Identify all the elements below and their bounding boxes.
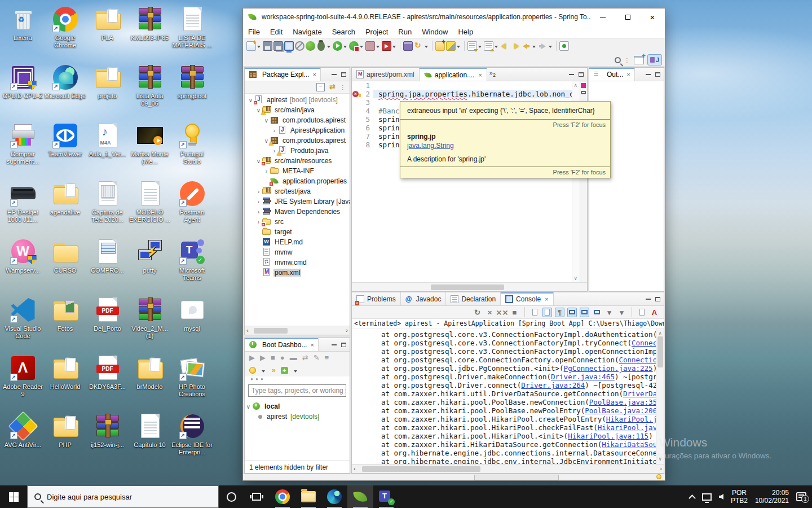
nexty-icon[interactable]: [511, 41, 520, 51]
tree-item-mvnw[interactable]: mvnw: [245, 247, 350, 257]
console-tab-problems[interactable]: Problems: [352, 292, 401, 305]
close-icon[interactable]: ×: [310, 341, 314, 348]
console-log[interactable]: at org.postgresql.core.v3.ConnectionFact…: [352, 329, 664, 464]
minimize-view-icon[interactable]: [646, 73, 651, 75]
close-icon[interactable]: ×: [626, 71, 630, 78]
desktop-icon-modelo-exerc-cio[interactable]: MODELO EXERCÍCIO ...: [129, 177, 171, 235]
clear-icon[interactable]: [530, 308, 540, 317]
desktop-icon-lixeira[interactable]: ♻Lixeira: [2, 3, 44, 61]
tree-item-pom-xml[interactable]: Mpom.xml: [245, 268, 350, 278]
tree-item-maven-dependencies[interactable]: ›Maven Dependencies: [245, 207, 350, 217]
network-icon[interactable]: [702, 493, 712, 501]
listpage-icon[interactable]: [467, 41, 477, 51]
taskbar-edge-button[interactable]: [321, 485, 347, 508]
close-button[interactable]: ×: [640, 8, 665, 25]
dropdown-icon[interactable]: [376, 46, 379, 50]
stack-trace-link[interactable]: PoolBase.java:358: [589, 398, 661, 406]
desktop-icon-hp-photo-creations[interactable]: ↗HP Photo Creations: [171, 352, 213, 410]
menu-search[interactable]: Search: [327, 27, 360, 37]
dropdown-icon[interactable]: [532, 46, 536, 50]
minimize-view-icon[interactable]: [569, 73, 574, 75]
prevy-icon[interactable]: [500, 41, 510, 51]
new-icon[interactable]: [246, 41, 256, 51]
dropdown-icon[interactable]: [294, 370, 297, 374]
tree-item-com-produtos-apirest[interactable]: ∨com.produtos.apirest: [245, 135, 350, 146]
tree-item-jre-system-library-java[interactable]: ›JRE System Library [Java: [245, 196, 350, 207]
desktop-icon-adobe-reader-9[interactable]: Λ↗Adobe Reader 9: [2, 352, 44, 410]
desktop-icon-compro[interactable]: COMPRO...: [86, 235, 129, 294]
boot-icon[interactable]: [306, 41, 315, 51]
minimize-view-icon[interactable]: [332, 344, 337, 345]
desktop-icon-brmodelo[interactable]: brModelo: [129, 352, 171, 410]
taskbar-search-box[interactable]: Digite aqui para pesquisar: [27, 485, 219, 508]
tree-item-apirest[interactable]: ∨J×apirest [boot] [devtools]: [245, 95, 350, 105]
desktop-icon-marisa-monte-me[interactable]: Marisa Monte (Me...: [129, 119, 171, 177]
desktop-icon-eclipse-ide-for-enterpri[interactable]: ↗Eclipse IDE for Enterpri...: [171, 410, 213, 468]
maximize-view-icon[interactable]: [341, 343, 346, 347]
tooltip-type-link[interactable]: java.lang.String: [407, 142, 603, 150]
refresh-icon[interactable]: [414, 41, 423, 51]
minimize-view-icon[interactable]: [646, 298, 651, 300]
desktop-icon-teamviewer[interactable]: ↗TeamViewer: [44, 119, 86, 177]
back-icon[interactable]: [522, 41, 531, 51]
desktop-icon-avg-antivir[interactable]: ↗AVG AntiVir...: [2, 410, 44, 468]
desktop-icon-dkdy6a3f[interactable]: PDFDKDY6A3F...: [86, 352, 129, 410]
tab-overflow-chevron[interactable]: »2: [487, 68, 499, 81]
boot-app-apirest[interactable]: apirest [devtools]: [245, 411, 350, 422]
scroll-left-icon[interactable]: ‹: [354, 465, 356, 472]
show-stdout-icon[interactable]: [580, 308, 589, 317]
console-hscrollbar[interactable]: ‹ ›: [352, 464, 664, 473]
tree-item-src-main-java[interactable]: ∨src/main/java: [245, 105, 350, 115]
terminate-icon[interactable]: ■: [510, 308, 519, 317]
open-perspective-icon[interactable]: [634, 56, 644, 64]
stack-trace-link[interactable]: Driver.java:465: [551, 373, 615, 381]
tree-item-target[interactable]: target: [245, 227, 350, 237]
taskbar-chrome-button[interactable]: [270, 485, 295, 508]
dropdown-icon[interactable]: [495, 46, 498, 50]
desktop-icon-video-2-m-1[interactable]: Video_2_M... (1): [129, 294, 171, 352]
desktop-icon-mysql[interactable]: mysql: [171, 294, 213, 352]
save-icon[interactable]: [263, 41, 272, 51]
desktop-icon-putty[interactable]: ⚡putty: [129, 235, 171, 294]
run-icon[interactable]: [333, 41, 342, 51]
menu-help[interactable]: Help: [453, 27, 478, 37]
menu-window[interactable]: Window: [417, 27, 453, 37]
open-console-icon[interactable]: ▬: [290, 354, 297, 362]
profile-icon[interactable]: [349, 41, 359, 51]
tree-item-meta-inf[interactable]: ›META-INF: [245, 166, 350, 176]
desktop-icon-aula-1-ver[interactable]: ♪M4AAula_1_Ver...: [86, 119, 129, 177]
tree-item-src[interactable]: ›×src: [245, 217, 350, 227]
stack-trace-link[interactable]: PoolBase.java:206: [585, 406, 657, 415]
java-perspective-button[interactable]: J: [647, 54, 662, 65]
menu-project[interactable]: Project: [360, 27, 393, 37]
dropdown-icon[interactable]: [392, 46, 396, 50]
close-icon[interactable]: ×: [545, 296, 548, 303]
cortana-button[interactable]: [219, 485, 244, 508]
stack-trace-link[interactable]: HikariPool.java:115: [568, 432, 648, 440]
newprj-icon[interactable]: [403, 41, 413, 51]
desktop-icon-visual-studio-code[interactable]: ↗Visual Studio Code: [2, 294, 44, 352]
desktop-icon-fotos[interactable]: Fotos: [44, 294, 86, 352]
desktop-icon-hp-deskjet-1000-j11[interactable]: ↗HP Deskjet 1000 J11...: [2, 177, 44, 235]
start-button[interactable]: [0, 485, 27, 508]
marker-icon[interactable]: [446, 41, 456, 51]
openres-icon[interactable]: [435, 41, 445, 51]
tab-boot-dashboard[interactable]: Boot Dashbo... ×: [245, 338, 319, 351]
pin-icon[interactable]: [559, 41, 569, 51]
skipbp-icon[interactable]: [295, 41, 304, 51]
dropdown-icon[interactable]: [343, 46, 347, 50]
menu-file[interactable]: File: [243, 27, 265, 37]
editor-tab-apirest-pom-xml[interactable]: apirest/pom.xml: [352, 68, 420, 81]
clock[interactable]: 20:05 10/02/2021: [755, 489, 789, 505]
relaunch-icon[interactable]: [382, 41, 391, 51]
editor-hscrollbar[interactable]: [352, 282, 587, 291]
console-vscrollbar[interactable]: ∧∨: [656, 329, 664, 464]
start-icon[interactable]: ▶: [249, 354, 255, 362]
console-icon[interactable]: [284, 41, 294, 51]
remove-all-icon[interactable]: ⨯⨯: [497, 308, 507, 317]
expand-arrow-icon[interactable]: ∨: [263, 117, 270, 124]
word-wrap-icon[interactable]: ¶: [555, 308, 564, 317]
title-bar[interactable]: workspace-spring-tool-suite-4-4.9.0.RELE…: [243, 8, 665, 25]
menu-run[interactable]: Run: [393, 27, 417, 37]
desktop-icon-curso[interactable]: CURSO: [44, 235, 86, 294]
